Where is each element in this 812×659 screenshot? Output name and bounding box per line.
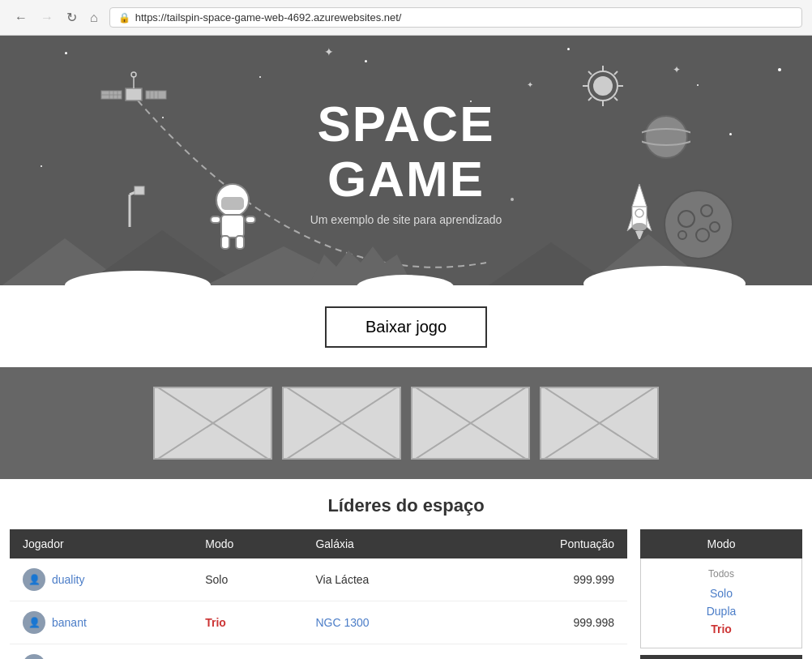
screenshot-2 [282,387,401,460]
svg-line-20 [588,97,592,101]
download-section: Baixar jogo [0,287,812,367]
player-cell: 👤duality [10,558,192,601]
score-cell: 999.997 [464,644,627,660]
filter-galaxy-header: Galáxia [640,655,802,659]
address-bar[interactable]: 🔒 https://tailspin-space-game-web-4692.a… [109,7,802,28]
player-cell: 👤banant [10,601,192,644]
svg-line-18 [588,71,592,75]
col-player: Jogador [10,529,192,558]
filter-trio[interactable]: Trio [654,620,788,638]
col-mode: Modo [192,529,302,558]
table-row: 👤dualitySoloVia Láctea999.999 [10,558,627,601]
mode-cell: Trio [192,601,302,644]
screenshot-3 [411,387,530,460]
leaderboard-section: Líderes do espaço Jogador Modo Galáxia P… [0,479,812,659]
download-button[interactable]: Baixar jogo [325,306,487,348]
hero-subtitle: Um exemplo de site para aprendizado [310,213,502,226]
table-header-row: Jogador Modo Galáxia Pontuação [10,529,627,558]
svg-rect-38 [221,197,244,210]
mode-value: Solo [192,558,302,601]
mode-cell: Trio [192,644,302,660]
screenshot-4 [540,387,659,460]
avatar: 👤 [23,568,45,591]
leaderboard-table-wrap: Jogador Modo Galáxia Pontuação 👤dualityS… [10,529,627,659]
svg-marker-30 [632,184,647,207]
table-row: 👤easisTrioNGC 1300999.997 [10,644,627,660]
galaxy-cell: NGC 1300 [302,644,464,660]
score-cell: 999.999 [464,558,627,601]
screenshots-section [0,367,812,479]
url-text: https://tailspin-space-game-web-4692.azu… [135,11,402,24]
table-row: 👤banantTrioNGC 1300999.998 [10,601,627,644]
svg-line-21 [614,71,618,75]
mountains-decoration [0,222,812,287]
hero-content: SPACE GAME Um exemplo de site para apren… [310,96,502,226]
leaderboard-table: Jogador Modo Galáxia Pontuação 👤dualityS… [10,529,627,659]
svg-rect-2 [146,91,166,99]
home-button[interactable]: ⌂ [85,9,103,27]
galaxy-link[interactable]: NGC 1300 [315,616,369,629]
svg-rect-55 [0,285,812,287]
filter-mode-header: Modo [640,529,802,558]
sun-decoration [581,64,626,112]
nav-buttons: ← → ↻ ⌂ [10,8,103,27]
svg-rect-0 [126,88,142,101]
svg-line-19 [614,97,618,101]
filter-all-label: Todos [654,568,788,580]
player-link[interactable]: duality [52,573,84,586]
avatar: 👤 [23,611,45,634]
hero-title: SPACE GAME [310,96,502,207]
leaderboard-layout: Jogador Modo Galáxia Pontuação 👤dualityS… [10,529,802,659]
mode-value: Trio [205,616,226,629]
leaderboard-title: Líderes do espaço [10,495,802,516]
avatar: 👤 [23,654,45,659]
hero-section: ✦ ✦ ✦ [0,36,812,287]
filter-body: Todos Solo Dupla Trio [640,558,802,648]
score-cell: 999.998 [464,601,627,644]
filter-dupla[interactable]: Dupla [654,602,788,620]
col-galaxy: Galáxia [302,529,464,558]
satellite-decoration [97,68,170,134]
filter-panel: Modo Todos Solo Dupla Trio Galáxia [640,529,802,659]
lock-icon: 🔒 [118,12,130,24]
back-button[interactable]: ← [10,9,32,27]
refresh-button[interactable]: ↻ [62,8,82,27]
galaxy-cell: Via Láctea [302,558,464,601]
browser-chrome: ← → ↻ ⌂ 🔒 https://tailspin-space-game-we… [0,0,812,36]
planet-decoration [642,113,690,165]
filter-solo[interactable]: Solo [654,584,788,602]
player-link[interactable]: banant [52,616,87,629]
forward-button[interactable]: → [36,9,58,27]
svg-point-22 [645,116,687,158]
galaxy-cell: NGC 1300 [302,601,464,644]
svg-point-13 [593,76,613,96]
col-score: Pontuação [464,529,627,558]
screenshot-1 [153,387,272,460]
svg-rect-46 [135,186,144,195]
player-cell: 👤easis [10,644,192,660]
